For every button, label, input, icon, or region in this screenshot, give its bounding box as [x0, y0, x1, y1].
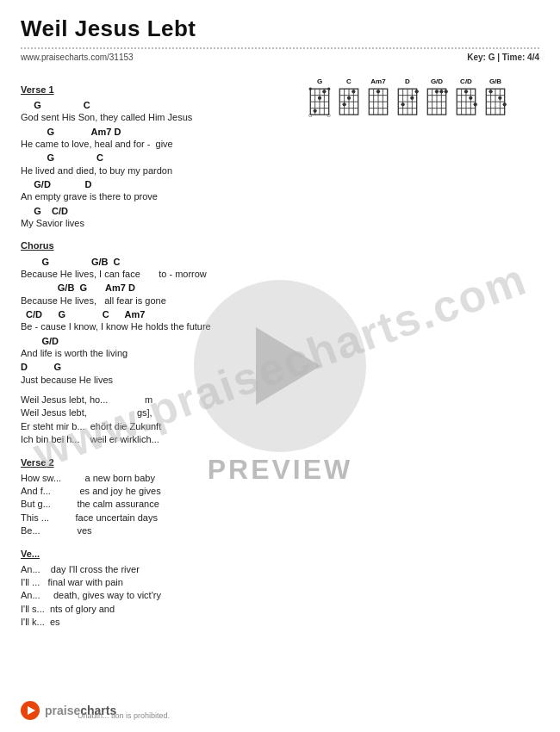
german-line2: Weil Jesus lebt, gs], — [21, 406, 293, 419]
chorus-line1: G G/B C Because He lives, I can face to … — [21, 256, 293, 282]
v3-line5: I'll k... es — [21, 616, 293, 629]
chord-name-GB: G/B — [489, 78, 501, 85]
url-line: www.praisecharts.com/31153 Key: G | Time… — [21, 53, 539, 62]
lyrics-section: Verse 1 G C God sent His Son, they calle… — [21, 74, 293, 635]
svg-point-22 — [352, 90, 355, 93]
lyric: My Savior lives — [21, 217, 293, 230]
german-line3: Er steht mir b... ehört die Zukunft — [21, 420, 293, 433]
svg-text:X: X — [426, 87, 429, 88]
header: Weil Jesus Lebt www.praisecharts.com/311… — [0, 0, 560, 74]
svg-point-60 — [435, 90, 439, 93]
chord: G/D D — [21, 178, 293, 190]
svg-text:X: X — [460, 87, 464, 88]
chord: D G — [21, 361, 293, 373]
chord-name-Am7: Am7 — [370, 78, 385, 85]
v3-line3: An... death, gives way to vict'ry — [21, 589, 293, 602]
chord-grid-CD: X X — [453, 87, 479, 118]
chord-grid-G: O O — [307, 87, 333, 118]
chord-grid-D: X X O — [395, 87, 420, 118]
verse1-line5: G C/D My Savior lives — [21, 205, 293, 231]
svg-point-33 — [376, 90, 380, 93]
svg-point-24 — [342, 102, 345, 106]
svg-point-10 — [322, 90, 326, 93]
unauthorized-text: Unauth... tion is prohibited. — [78, 711, 170, 720]
chord-name-G: G — [317, 78, 322, 85]
v2-line2: And f... es and joy he gives — [21, 485, 293, 498]
chord-name-C: C — [346, 78, 352, 85]
v2-line3: But g... the calm assurance — [21, 498, 293, 511]
chorus-line2: G/B G Am7 D Because He lives, all fear i… — [21, 282, 293, 307]
chord-grid-GD: X X — [424, 87, 450, 118]
url-text: www.praisecharts.com/31153 — [21, 53, 134, 62]
chord-diagram-D: D X X O — [395, 78, 420, 118]
svg-point-73 — [469, 96, 472, 100]
svg-text:X: X — [484, 87, 488, 88]
svg-point-50 — [401, 102, 404, 106]
svg-point-83 — [488, 90, 492, 93]
verse3-label: Ve... — [21, 547, 293, 561]
svg-text:O: O — [327, 113, 331, 118]
chord-grid-Am7: O O O O — [365, 87, 391, 118]
chord-diagrams-container: G O O — [307, 78, 539, 118]
chord-name-D: D — [405, 78, 410, 85]
chord-diagram-G: G O O — [307, 78, 333, 118]
lyric: Because He lives, all fear is gone — [21, 295, 293, 307]
chord: C/D G C Am7 — [21, 308, 293, 320]
chord-diagram-GB: G/B X O — [482, 78, 508, 118]
dotted-divider — [21, 47, 539, 49]
svg-point-8 — [327, 88, 330, 90]
svg-point-7 — [309, 88, 312, 90]
svg-text:O: O — [308, 113, 312, 118]
chord-name-GD: G/D — [431, 78, 443, 85]
lyric: Be - cause I know, I know He holds the f… — [21, 320, 293, 333]
v2-line5: Be... ves — [21, 524, 293, 537]
lyric: He lived and died, to buy my pardon — [21, 164, 293, 177]
svg-point-61 — [439, 90, 443, 93]
chord-grid-GB: X O — [482, 87, 508, 118]
svg-point-86 — [503, 102, 507, 106]
lyric: An empty grave is there to prove — [21, 190, 293, 203]
page-title: Weil Jesus Lebt — [21, 16, 539, 42]
page: Weil Jesus Lebt www.praisecharts.com/311… — [0, 0, 560, 732]
v3-line2: I'll ... final war with pain — [21, 576, 293, 589]
chorus-line3: C/D G C Am7 Be - cause I know, I know He… — [21, 308, 293, 334]
chorus-line4: G/D And life is worth the living — [21, 335, 293, 361]
chord: G/D — [21, 335, 293, 347]
lyric: Just because He lives — [21, 374, 293, 387]
svg-text:O: O — [367, 87, 370, 88]
svg-text:X: X — [455, 87, 458, 88]
svg-text:O: O — [372, 87, 376, 88]
svg-point-74 — [474, 102, 477, 106]
svg-point-85 — [498, 96, 501, 100]
v2-line4: This ... face uncertain days — [21, 512, 293, 524]
chord-grid-C: X O — [336, 87, 362, 118]
svg-text:O: O — [357, 87, 360, 88]
v3-line1: An... day I'll cross the river — [21, 563, 293, 576]
german-line4: Ich bin bei h... weil er wirklich... — [21, 433, 293, 446]
svg-point-48 — [410, 96, 414, 100]
chord: G C/D — [21, 205, 293, 217]
key-time-text: Key: G | Time: 4/4 — [467, 53, 539, 62]
praisecharts-play-icon — [21, 701, 40, 720]
chord: G G/B C — [21, 256, 293, 268]
verse3-block: Ve... An... day I'll cross the river I'l… — [21, 547, 293, 630]
lyric: God sent His Son, they called Him Jesus — [21, 111, 293, 124]
svg-text:X: X — [431, 87, 434, 88]
lyric: And life is worth the living — [21, 347, 293, 360]
chord-diagram-GD: G/D X X — [424, 78, 450, 118]
chord: G C — [21, 99, 293, 111]
svg-point-49 — [415, 90, 419, 93]
chord: G/B G Am7 D — [21, 282, 293, 294]
verse1-label: Verse 1 — [21, 83, 293, 97]
svg-text:X: X — [338, 87, 341, 88]
verse1-line3: G C He lived and died, to buy my pardon — [21, 152, 293, 177]
lyric: He came to love, heal and for - give — [21, 138, 293, 151]
chord-diagram-C: C X O — [336, 78, 362, 118]
main-content: Verse 1 G C God sent His Son, they calle… — [0, 74, 560, 635]
svg-text:O: O — [381, 87, 384, 88]
v3-line4: I'll s... nts of glory and — [21, 603, 293, 616]
chord-name-CD: C/D — [460, 78, 472, 85]
chords-section: G O O — [307, 74, 539, 635]
svg-point-62 — [445, 90, 448, 93]
lyric: Because He lives, I can face to - morrow — [21, 268, 293, 281]
